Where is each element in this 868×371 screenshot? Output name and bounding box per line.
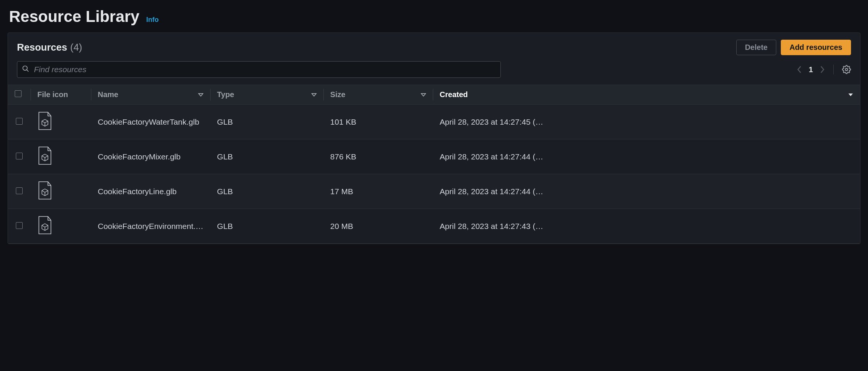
table-header-row: File icon Name Type: [8, 85, 860, 105]
file-icon: [37, 123, 52, 132]
row-type: GLB: [210, 139, 323, 174]
table-row[interactable]: CookieFactoryMixer.glbGLB876 KBApril 28,…: [8, 139, 860, 174]
row-size: 17 MB: [323, 174, 433, 209]
row-created: April 28, 2023 at 14:27:43 (…: [433, 209, 860, 244]
header-file-icon-label: File icon: [37, 90, 68, 99]
row-file-icon-cell: [31, 174, 91, 209]
row-checkbox[interactable]: [16, 222, 23, 229]
row-name: CookieFactoryEnvironment.…: [91, 209, 210, 244]
pager-current: 1: [809, 65, 813, 74]
search-row: 1: [8, 60, 860, 85]
svg-marker-3: [199, 93, 203, 96]
row-select-cell[interactable]: [8, 209, 31, 244]
panel-count: (4): [70, 42, 82, 53]
row-file-icon-cell: [31, 139, 91, 174]
header-type[interactable]: Type: [210, 85, 323, 105]
header-file-icon[interactable]: File icon: [31, 85, 91, 105]
sort-icon: [421, 92, 426, 97]
row-name: CookieFactoryMixer.glb: [91, 139, 210, 174]
header-name[interactable]: Name: [91, 85, 210, 105]
svg-point-2: [845, 68, 848, 71]
row-file-icon-cell: [31, 105, 91, 139]
select-all-checkbox[interactable]: [15, 90, 22, 97]
sort-icon: [311, 92, 317, 97]
row-select-cell[interactable]: [8, 105, 31, 139]
panel-title: Resources: [17, 42, 67, 53]
table-row[interactable]: CookieFactoryWaterTank.glbGLB101 KBApril…: [8, 105, 860, 139]
search-icon: [22, 65, 29, 74]
search-input[interactable]: [34, 65, 496, 74]
header-created-label: Created: [440, 90, 468, 99]
row-name: CookieFactoryLine.glb: [91, 174, 210, 209]
panel-title-wrap: Resources (4): [17, 42, 82, 53]
page-header: Resource Library Info: [8, 8, 860, 26]
table-row[interactable]: CookieFactoryLine.glbGLB17 MBApril 28, 2…: [8, 174, 860, 209]
svg-marker-4: [312, 93, 316, 96]
svg-marker-6: [848, 93, 853, 96]
panel-header: Resources (4) Delete Add resources: [8, 33, 860, 60]
pager-next-icon[interactable]: [820, 65, 825, 74]
row-select-cell[interactable]: [8, 174, 31, 209]
sort-desc-icon: [848, 92, 853, 97]
row-type: GLB: [210, 209, 323, 244]
row-created: April 28, 2023 at 14:27:45 (…: [433, 105, 860, 139]
resources-table: File icon Name Type: [8, 85, 860, 244]
file-icon: [37, 158, 52, 167]
search-wrap[interactable]: [17, 61, 501, 78]
row-created: April 28, 2023 at 14:27:44 (…: [433, 174, 860, 209]
row-size: 876 KB: [323, 139, 433, 174]
svg-line-1: [27, 70, 29, 71]
row-checkbox[interactable]: [16, 153, 23, 159]
row-type: GLB: [210, 174, 323, 209]
file-icon: [37, 193, 52, 201]
row-checkbox[interactable]: [16, 118, 23, 125]
header-size[interactable]: Size: [323, 85, 433, 105]
row-file-icon-cell: [31, 209, 91, 244]
panel-actions: Delete Add resources: [736, 40, 851, 55]
pager: 1: [797, 65, 851, 74]
svg-marker-5: [421, 93, 426, 96]
add-resources-button[interactable]: Add resources: [781, 40, 851, 55]
header-select-all[interactable]: [8, 85, 31, 105]
resources-panel: Resources (4) Delete Add resources 1: [8, 32, 860, 244]
header-created[interactable]: Created: [433, 85, 860, 105]
settings-icon[interactable]: [842, 65, 851, 74]
header-type-label: Type: [217, 90, 234, 99]
pager-divider: [833, 65, 834, 74]
row-size: 101 KB: [323, 105, 433, 139]
row-size: 20 MB: [323, 209, 433, 244]
table-row[interactable]: CookieFactoryEnvironment.…GLB20 MBApril …: [8, 209, 860, 244]
pager-prev-icon[interactable]: [797, 65, 802, 74]
svg-point-0: [23, 66, 28, 70]
header-size-label: Size: [330, 90, 345, 99]
row-checkbox[interactable]: [16, 187, 23, 194]
sort-icon: [198, 92, 203, 97]
row-created: April 28, 2023 at 14:27:44 (…: [433, 139, 860, 174]
row-type: GLB: [210, 105, 323, 139]
page-title: Resource Library: [9, 8, 139, 26]
delete-button[interactable]: Delete: [736, 40, 776, 55]
info-link[interactable]: Info: [146, 16, 159, 24]
header-name-label: Name: [98, 90, 118, 99]
file-icon: [37, 227, 52, 236]
row-name: CookieFactoryWaterTank.glb: [91, 105, 210, 139]
row-select-cell[interactable]: [8, 139, 31, 174]
